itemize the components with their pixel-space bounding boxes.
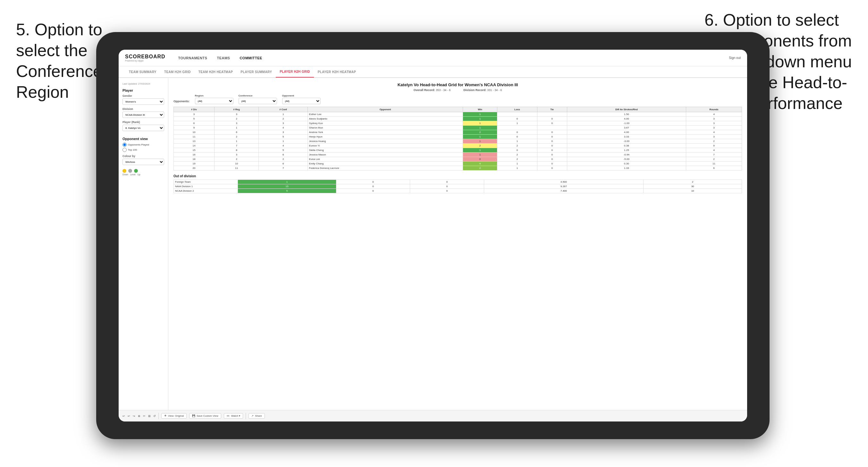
sub-nav-team-summary[interactable]: TEAM SUMMARY	[125, 66, 160, 77]
col-header-reg: # Reg	[214, 107, 259, 112]
col-header-diff: Diff Av Strokes/Rnd	[567, 107, 686, 112]
sub-nav-player-h2h-heatmap[interactable]: PLAYER H2H HEATMAP	[314, 66, 360, 77]
division-select[interactable]: NCAA Division III	[123, 112, 164, 118]
table-row: Alexis Sudjianto	[308, 117, 463, 121]
table-row: 18	[174, 157, 215, 161]
toolbar-icon2[interactable]: ✂	[143, 414, 146, 418]
table-row: 3	[214, 121, 259, 126]
player-rank-select[interactable]: 8. Katelyn Vo	[123, 125, 164, 131]
table-row: 0	[463, 157, 497, 161]
nav-item-teams[interactable]: TEAMS	[217, 55, 230, 61]
table-row: Euna Lee	[308, 157, 463, 161]
toolbar-icon3[interactable]: ⊞	[148, 414, 151, 418]
region-filter-group: Region (All)	[195, 94, 234, 104]
col-header-opponent: Opponent	[308, 107, 463, 112]
table-row: 1	[259, 139, 308, 144]
bottom-toolbar: ↩ ↩ ↪ ⊕ ✂ ⊞ ↺ 👁 View: Original 💾 Save Cu…	[119, 410, 747, 422]
table-row: 2	[214, 157, 259, 161]
table-row: 6	[259, 153, 308, 157]
top-nav: SCOREBOARD Powered by clippd TOURNAMENTS…	[119, 50, 747, 66]
table-row: 0	[336, 180, 410, 184]
toolbar-undo[interactable]: ↩	[123, 414, 125, 418]
toolbar-redo[interactable]: ↪	[133, 414, 135, 418]
sub-nav-team-h2h-heatmap[interactable]: TEAM H2H HEATMAP	[195, 66, 237, 77]
table-row: Federica Domecq Lacroze	[308, 166, 463, 170]
table-row: 1	[463, 153, 497, 157]
table-row: 7	[214, 144, 259, 148]
nav-item-committee[interactable]: COMMITTEE	[240, 55, 262, 61]
nav-item-tournaments[interactable]: TOURNAMENTS	[178, 55, 208, 61]
col-header-tie: Tie	[537, 107, 567, 112]
table-row: 1	[497, 121, 537, 126]
main-data-table: # Div # Reg # Conf Opponent Win Loss Tie…	[174, 107, 742, 170]
table-row: 2	[644, 180, 742, 184]
table-row: 4	[463, 161, 497, 166]
toolbar-icon1[interactable]: ⊕	[138, 414, 141, 418]
table-row: 0	[410, 180, 484, 184]
region-filter-select[interactable]: (All)	[195, 98, 234, 104]
table-row: 11	[686, 161, 742, 166]
main-content: Last Updated: 27/03/2024 Player Gender W…	[119, 78, 747, 410]
top100-label: Top 100	[128, 148, 137, 151]
table-row: 3	[174, 112, 215, 117]
table-row: 2	[463, 130, 497, 135]
table-row: 6	[259, 161, 308, 166]
table-row: 3	[686, 126, 742, 130]
table-row: 3	[259, 121, 308, 126]
table-row: Sydney Kuo	[308, 121, 463, 126]
view-icon: 👁	[164, 414, 167, 417]
table-row: Stella Cheng	[308, 148, 463, 153]
watch-btn[interactable]: 👀 Watch ▾	[224, 413, 243, 418]
table-row: 0	[497, 148, 537, 153]
sub-nav-player-summary[interactable]: PLAYER SUMMARY	[237, 66, 276, 77]
division-label: Division	[123, 107, 164, 111]
table-row: Eunice Yi	[308, 144, 463, 148]
table-row: 0	[537, 130, 567, 135]
top100-radio[interactable]	[123, 148, 127, 152]
conference-filter-label: Conference	[239, 94, 277, 97]
opponent-filter-label: Opponent	[282, 94, 321, 97]
toolbar-undo2[interactable]: ↩	[128, 414, 130, 418]
colour-by-select[interactable]: Win/loss	[123, 159, 164, 165]
sub-nav-player-h2h-grid[interactable]: PLAYER H2H GRID	[276, 66, 314, 77]
share-icon: ↗	[251, 414, 254, 417]
table-row: Foreign Team	[174, 180, 238, 184]
table-row: 20	[174, 166, 215, 170]
table-row: 0	[537, 144, 567, 148]
table-row: NAIA Division 1	[174, 184, 238, 189]
sidebar: Last Updated: 27/03/2024 Player Gender W…	[119, 78, 168, 410]
toolbar-icon4[interactable]: ↺	[153, 414, 156, 418]
table-row: 0	[410, 184, 484, 189]
share-btn[interactable]: ↗ Share	[248, 413, 265, 418]
sub-nav-team-h2h-grid[interactable]: TEAM H2H GRID	[160, 66, 195, 77]
overall-record: Overall Record: 353 - 34 - 6	[414, 89, 451, 92]
table-row: 5	[238, 189, 336, 193]
sign-out-link[interactable]: Sign out	[729, 56, 741, 60]
table-row: Jessica Mason	[308, 153, 463, 157]
table-row: 7	[259, 166, 308, 170]
opponent-view-label: Opponent view	[123, 137, 164, 141]
table-row: 0	[537, 121, 567, 126]
table-row: 3	[686, 135, 742, 139]
dot-labels: Down Level Up	[123, 174, 164, 176]
table-row: 0	[497, 135, 537, 139]
content-title: Katelyn Vo Head-to-Head Grid for Women's…	[174, 82, 742, 87]
table-row: 3	[686, 117, 742, 121]
table-row: 0	[537, 117, 567, 121]
table-row: 3	[214, 112, 259, 117]
ood-table: Foreign Team 1 0 0 4.500 2 NAIA Division…	[174, 180, 742, 193]
table-row: 11	[214, 166, 259, 170]
table-row: 2	[463, 144, 497, 148]
table-row: Emily Chang	[308, 161, 463, 166]
table-row: 4	[686, 130, 742, 135]
dot-label-down: Down	[123, 174, 128, 176]
save-custom-view-btn[interactable]: 💾 Save Custom View	[189, 413, 221, 418]
table-row: 1.33	[567, 166, 686, 170]
table-row: 1	[463, 126, 497, 130]
gender-select[interactable]: Women's	[123, 98, 164, 105]
conference-filter-select[interactable]: (All)	[239, 98, 277, 104]
opponent-filter-select[interactable]: (All)	[282, 98, 321, 104]
opponents-filter-label: Opponents:	[174, 100, 190, 104]
view-original-btn[interactable]: 👁 View: Original	[161, 413, 187, 418]
opponents-played-radio[interactable]	[123, 143, 127, 147]
